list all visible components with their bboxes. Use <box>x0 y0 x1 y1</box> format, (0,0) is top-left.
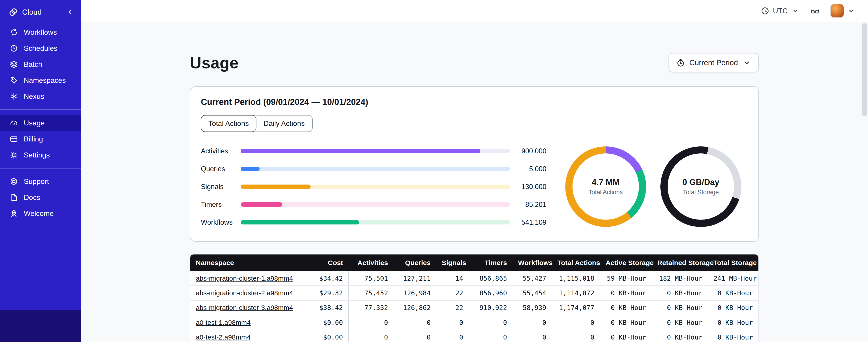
timezone-picker[interactable]: UTC <box>761 6 800 15</box>
page-title: Usage <box>190 54 239 72</box>
tab-total-actions[interactable]: Total Actions <box>200 115 256 132</box>
sidebar-item-nexus[interactable]: Nexus <box>0 89 81 104</box>
app-root: Cloud WorkflowsSchedulesBatchNamespacesN… <box>0 0 868 342</box>
cell-activities: 75,452 <box>349 285 394 300</box>
cell-signals: 0 <box>436 330 469 342</box>
cell-timers: 0 <box>469 315 513 330</box>
content-scroll-area[interactable]: Usage Current Period Current Period (09/… <box>81 22 868 342</box>
cell-total-actions: 1,115,018 <box>552 271 600 285</box>
content-inner: Usage Current Period Current Period (09/… <box>190 22 759 342</box>
bar-track <box>241 184 510 189</box>
cell-timers: 856,865 <box>469 271 513 285</box>
bar-track <box>241 167 510 171</box>
cell-retained-storage: 0 KB-Hour <box>652 285 708 300</box>
clock-icon <box>761 6 770 15</box>
sidebar-item-batch[interactable]: Batch <box>0 57 81 72</box>
col-header-active-storage: Active Storage <box>600 254 652 271</box>
sidebar-item-docs[interactable]: Docs <box>0 190 81 206</box>
scrollbar-thumb[interactable] <box>862 23 867 116</box>
brand-row: Cloud <box>0 0 81 24</box>
chevron-down-icon <box>791 6 800 15</box>
glasses-icon[interactable] <box>810 6 820 15</box>
donut-total-storage: 0 GB/DayTotal Storage <box>660 146 741 227</box>
sidebar-item-welcome[interactable]: Welcome <box>0 206 81 221</box>
usage-icon <box>9 118 18 127</box>
sidebar-item-settings[interactable]: Settings <box>0 147 81 163</box>
cell-queries: 126,984 <box>394 285 436 300</box>
stopwatch-icon <box>676 58 685 67</box>
cell-total-storage: 0 KB-Hour <box>708 330 758 342</box>
namespace-link[interactable]: a0-test-1.a98mm4 <box>196 319 251 326</box>
donut-label: Total Storage <box>683 189 719 196</box>
sidebar-item-namespaces[interactable]: Namespaces <box>0 72 81 89</box>
sidebar-item-workflows[interactable]: Workflows <box>0 24 81 40</box>
bar-track <box>241 149 510 153</box>
namespaces-icon <box>9 76 18 85</box>
period-dropdown-button[interactable]: Current Period <box>669 53 759 72</box>
cell-activities: 0 <box>349 330 394 342</box>
bar-value: 541,109 <box>510 218 547 226</box>
schedules-icon <box>9 44 18 53</box>
donut-value: 4.7 MM <box>592 177 620 187</box>
bar-fill <box>241 220 359 225</box>
donut-center: 0 GB/DayTotal Storage <box>660 146 741 227</box>
bar-row-activities: Activities900,000 <box>201 147 547 155</box>
timezone-label: UTC <box>773 7 787 15</box>
cell-total-actions: 0 <box>552 330 600 342</box>
sidebar-footer <box>0 310 81 342</box>
cell-cost: $0.00 <box>313 315 349 330</box>
usage-card: Current Period (09/01/2024 — 10/01/2024)… <box>190 86 759 242</box>
cell-active-storage: 0 KB-Hour <box>600 285 652 300</box>
sidebar-item-label: Welcome <box>24 209 54 218</box>
sidebar-item-schedules[interactable]: Schedules <box>0 40 81 57</box>
batch-icon <box>9 60 18 69</box>
cell-signals: 22 <box>436 285 469 300</box>
usage-card-title: Current Period (09/01/2024 — 10/01/2024) <box>201 97 748 107</box>
bar-value: 85,201 <box>510 201 547 208</box>
col-header-signals: Signals <box>436 254 469 271</box>
tab-daily-actions[interactable]: Daily Actions <box>256 115 312 131</box>
cell-retained-storage: 182 MB-Hour <box>652 271 708 285</box>
welcome-icon <box>9 209 18 218</box>
sidebar-divider <box>0 109 81 110</box>
cell-total-actions: 1,174,077 <box>552 301 600 315</box>
chevron-down-icon <box>847 6 856 15</box>
namespace-link[interactable]: abs-migration-cluster-1.a98mm4 <box>196 275 293 282</box>
cell-workflows: 58,939 <box>513 301 552 315</box>
bar-label: Timers <box>201 201 241 208</box>
docs-icon <box>9 193 18 202</box>
sidebar-item-billing[interactable]: Billing <box>0 131 81 147</box>
table-row: a0-test-2.a98mm4$0.000000000 KB-Hour0 KB… <box>190 330 758 342</box>
cell-total-actions: 0 <box>552 315 600 330</box>
cell-queries: 0 <box>394 315 436 330</box>
cell-workflows: 0 <box>513 315 552 330</box>
bar-row-timers: Timers85,201 <box>201 201 547 208</box>
namespace-cell: abs-migration-cluster-2.a98mm4 <box>190 285 313 300</box>
sidebar-item-label: Usage <box>24 119 44 127</box>
usage-table-wrap: NamespaceCostActivitiesQueriesSignalsTim… <box>190 254 759 342</box>
sidebar-item-usage[interactable]: Usage <box>0 115 81 131</box>
bar-fill <box>241 202 282 207</box>
col-header-cost: Cost <box>313 254 349 271</box>
cell-activities: 75,501 <box>349 271 394 285</box>
billing-icon <box>9 135 18 143</box>
cell-queries: 126,862 <box>394 301 436 315</box>
bar-row-signals: Signals130,000 <box>201 183 547 191</box>
sidebar-collapse-icon[interactable] <box>66 8 74 16</box>
namespace-link[interactable]: a0-test-2.a98mm4 <box>196 334 251 341</box>
bar-fill <box>241 149 480 153</box>
table-row: abs-migration-cluster-3.a98mm4$38.4277,3… <box>190 301 758 315</box>
cell-workflows: 55,427 <box>513 271 552 285</box>
profile-menu[interactable] <box>830 4 856 18</box>
cell-retained-storage: 0 KB-Hour <box>652 330 708 342</box>
cell-retained-storage: 0 KB-Hour <box>652 301 708 315</box>
sidebar: Cloud WorkflowsSchedulesBatchNamespacesN… <box>0 0 81 342</box>
period-dropdown-label: Current Period <box>689 59 738 67</box>
namespace-link[interactable]: abs-migration-cluster-3.a98mm4 <box>196 304 293 311</box>
namespace-link[interactable]: abs-migration-cluster-2.a98mm4 <box>196 289 293 297</box>
sidebar-item-support[interactable]: Support <box>0 173 81 190</box>
bar-track <box>241 202 510 207</box>
cell-timers: 856,960 <box>469 285 513 300</box>
cell-active-storage: 0 KB-Hour <box>600 330 652 342</box>
scrollbar[interactable] <box>862 23 867 342</box>
